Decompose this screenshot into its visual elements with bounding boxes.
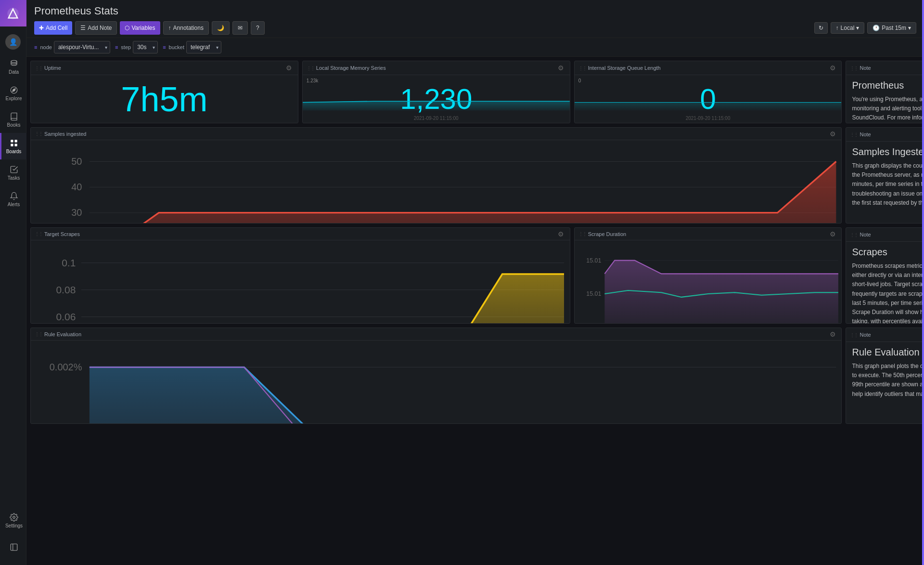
local-storage-panel: Local Storage Memory Series ⚙ 1.23k: [302, 61, 570, 123]
samples-content: 50 40 30 20 10 0: [31, 140, 841, 223]
svg-text:15.01: 15.01: [586, 290, 601, 297]
svg-text:40: 40: [71, 182, 82, 192]
note-samples-content: Samples Ingested This graph displays the…: [846, 142, 924, 223]
local-storage-header: Local Storage Memory Series ⚙: [303, 61, 570, 75]
svg-marker-42: [81, 274, 564, 324]
internal-queue-panel: Internal Storage Queue Length ⚙ 0: [574, 61, 842, 123]
sidebar-item-settings[interactable]: Settings: [0, 507, 26, 534]
internal-queue-title: Internal Storage Queue Length: [578, 65, 661, 71]
internal-queue-sparkline: [575, 92, 842, 113]
local-button[interactable]: ↑ Local ▾: [831, 22, 865, 34]
uptime-panel-title: Uptime: [35, 65, 61, 71]
tasks-icon: [10, 165, 18, 174]
book-icon: [10, 112, 18, 121]
annotations-button[interactable]: ↑ Annotations: [163, 21, 209, 35]
sidebar-item-explore[interactable]: Explore: [0, 80, 26, 106]
database-icon: [10, 59, 18, 68]
samples-header: Samples ingested ⚙: [31, 128, 841, 140]
svg-rect-8: [14, 144, 17, 146]
local-storage-actions: ⚙: [556, 63, 566, 73]
toolbar-left: ✚ Add Cell ☰ Add Note ⬡ Variables ↑ Anno…: [34, 21, 265, 35]
svg-point-2: [11, 60, 17, 63]
sidebar-item-alerts[interactable]: Alerts: [0, 186, 26, 212]
note-samples-header: Note ⚙: [846, 128, 924, 142]
note-prometheus-text: You're using Prometheus, an open-source …: [852, 95, 924, 123]
note-rule-header: Note ⚙: [846, 328, 924, 342]
scrape-duration-settings[interactable]: ⚙: [828, 229, 837, 239]
sidebar-item-tasks[interactable]: Tasks: [0, 159, 26, 186]
more-button[interactable]: ✉: [232, 21, 248, 35]
svg-point-9: [13, 516, 15, 518]
sidebar-item-collapse[interactable]: [0, 534, 26, 560]
main-content: Prometheus Stats ✚ Add Cell ☰ Add Note ⬡…: [26, 0, 924, 565]
local-storage-date: 2021-09-20 11:15:00: [414, 116, 459, 121]
svg-marker-4: [12, 88, 15, 91]
note-scrapes-header: Note ⚙: [846, 228, 924, 242]
target-scrapes-settings[interactable]: ⚙: [556, 229, 566, 239]
app-logo[interactable]: [0, 0, 26, 26]
samples-settings[interactable]: ⚙: [828, 129, 837, 139]
toolbar-right: ↻ ↑ Local ▾ 🕐 Past 15m ▾: [814, 22, 916, 34]
location-icon: ↑: [836, 25, 839, 31]
add-note-button[interactable]: ☰ Add Note: [75, 21, 117, 35]
dashboard: Uptime ⚙ 7h5m Local Storage Memory Serie…: [26, 57, 924, 565]
node-select[interactable]: alespour-Virtu...: [54, 41, 110, 53]
sidebar-item-books[interactable]: Books: [0, 106, 26, 133]
uptime-panel: Uptime ⚙ 7h5m: [30, 61, 298, 123]
plus-icon: ✚: [39, 25, 44, 31]
svg-marker-13: [575, 103, 842, 111]
svg-text:0.06: 0.06: [56, 311, 76, 322]
note-scrapes-content: Scrapes Prometheus scrapes metrics from …: [846, 242, 924, 323]
note-scrapes-text: Prometheus scrapes metrics from instrume…: [852, 262, 924, 323]
bell-icon: [10, 192, 18, 200]
internal-queue-date: 2021-09-20 11:15:00: [686, 116, 731, 121]
help-button[interactable]: ?: [251, 21, 265, 35]
note-rule-text: This graph panel plots the duration for …: [852, 362, 924, 399]
variables-icon: ⬡: [125, 25, 129, 31]
svg-text:0.08: 0.08: [56, 284, 76, 295]
local-storage-settings[interactable]: ⚙: [556, 63, 566, 73]
note-prometheus-header: Note ⚙: [846, 61, 924, 75]
step-select-wrapper: 30s: [133, 41, 158, 53]
clock-icon: 🕐: [873, 25, 880, 31]
samples-panel: Samples ingested ⚙ 50 40 30 20: [30, 127, 842, 223]
uptime-settings-button[interactable]: ⚙: [284, 63, 294, 73]
scrape-duration-content: 15.01 15.01 15 2021-09-20 11:10:00 2021-…: [575, 240, 842, 324]
internal-queue-actions: ⚙: [828, 63, 837, 73]
variables-button[interactable]: ⬡ Variables: [120, 21, 160, 35]
note-icon: ☰: [80, 25, 86, 31]
panel-collapse-icon: [10, 543, 18, 552]
svg-marker-62: [90, 367, 842, 424]
sidebar-item-data-label: Data: [9, 69, 19, 75]
note-scrapes-heading: Scrapes: [852, 247, 887, 258]
bucket-select[interactable]: telegraf: [186, 41, 221, 53]
note-samples-title: Note: [850, 131, 871, 137]
theme-button[interactable]: 🌙: [212, 21, 230, 35]
note-samples-panel: Note ⚙ Samples Ingested This graph displ…: [846, 127, 924, 223]
sidebar: 👤 Data Explore Books Boards Tasks Alerts…: [0, 0, 26, 565]
note-rule-panel: Note ⚙ Rule Evaluation Duration This gra…: [846, 328, 924, 424]
add-cell-button[interactable]: ✚ Add Cell: [34, 21, 72, 35]
time-range-button[interactable]: 🕐 Past 15m ▾: [867, 22, 916, 34]
svg-rect-5: [11, 140, 13, 142]
sidebar-item-data[interactable]: Data: [0, 53, 26, 80]
svg-marker-26: [90, 161, 836, 223]
svg-text:0.002%: 0.002%: [50, 362, 82, 372]
scrape-duration-chart: 15.01 15.01 15 2021-09-20 11:10:00 2021-…: [575, 240, 842, 324]
internal-queue-settings[interactable]: ⚙: [828, 63, 837, 73]
svg-marker-52: [604, 261, 838, 324]
step-select[interactable]: 30s: [133, 41, 158, 53]
bucket-select-wrapper: telegraf: [186, 41, 221, 53]
rule-eval-settings[interactable]: ⚙: [828, 329, 837, 339]
node-icon: ≡: [34, 44, 37, 50]
note-scrapes-panel: Note ⚙ Scrapes Prometheus scrapes metric…: [846, 227, 924, 324]
target-scrapes-content: 0.1 0.08 0.06 0.04 0.02 0 2021-09-20 11:…: [31, 240, 570, 324]
target-scrapes-header: Target Scrapes ⚙: [31, 228, 570, 240]
sidebar-item-alerts-label: Alerts: [8, 202, 20, 207]
compass-icon: [10, 86, 18, 94]
sidebar-item-boards[interactable]: Boards: [0, 133, 26, 159]
note-rule-heading: Rule Evaluation Duration: [852, 347, 924, 358]
samples-title: Samples ingested: [35, 131, 86, 137]
user-avatar[interactable]: 👤: [5, 34, 21, 50]
refresh-button[interactable]: ↻: [814, 22, 828, 34]
